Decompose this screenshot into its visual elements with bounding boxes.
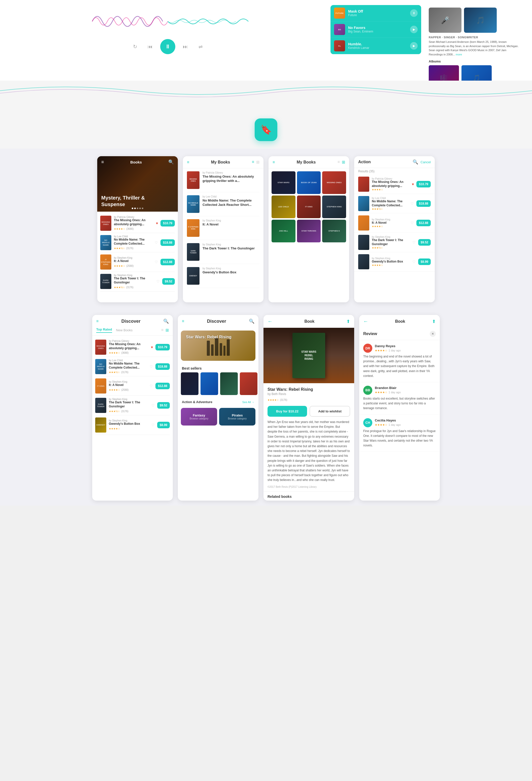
grid-view-icon[interactable]: ⊞ bbox=[256, 160, 259, 165]
wishlist-button[interactable]: Add to wishlist bbox=[310, 406, 350, 417]
heart-icon-1[interactable]: ♥ bbox=[156, 221, 158, 225]
discover-heart-2[interactable]: ♡ bbox=[150, 365, 153, 369]
discover-heart-5[interactable]: ♡ bbox=[151, 423, 155, 427]
next-button[interactable]: ⏭ bbox=[180, 42, 191, 52]
prev-button[interactable]: ⏮ bbox=[145, 42, 155, 52]
book-price-btn-1[interactable]: $10.79 bbox=[160, 220, 175, 227]
track-pause-icon-1[interactable]: ⏸ bbox=[410, 9, 418, 17]
star-wars-banner[interactable]: Star Wars: Rebel Rising bbox=[181, 331, 255, 361]
search-heart-1[interactable]: ♥ bbox=[412, 182, 414, 186]
discover-price-1[interactable]: $10.79 bbox=[155, 344, 170, 351]
bestseller-2[interactable] bbox=[201, 372, 218, 395]
close-review-button[interactable]: ✕ bbox=[430, 331, 436, 337]
search-result-3[interactable]: by Stephen King It: A Novel ★★★★☆ ♡ $12.… bbox=[354, 213, 435, 233]
grid-cover-9[interactable]: STEPHEN K bbox=[322, 220, 346, 242]
search-price-btn-1[interactable]: $10.79 bbox=[416, 181, 431, 188]
book-price-btn-3[interactable]: $12.88 bbox=[160, 259, 175, 265]
track-item-3[interactable]: KL Humble. Kendrick Lamar ▶ bbox=[330, 38, 421, 54]
discover-price-5[interactable]: $8.99 bbox=[157, 422, 170, 428]
grid-cover-5[interactable]: IT KING bbox=[297, 196, 321, 218]
menu-icon[interactable]: ≡ bbox=[101, 160, 104, 165]
heart-icon-2[interactable]: ♡ bbox=[155, 241, 158, 245]
track-item-1[interactable]: FUTURE Mask Off Future ⏸ bbox=[330, 5, 421, 22]
grid-cover-2[interactable]: BOOK OF JOAN bbox=[297, 171, 321, 194]
discover-heart-4[interactable]: ♡ bbox=[151, 403, 155, 407]
back-button[interactable]: ← bbox=[268, 319, 273, 324]
discover-filter-icon[interactable]: ≡ bbox=[96, 319, 98, 324]
grid-view-icon-2[interactable]: ⊞ bbox=[342, 160, 345, 165]
track-play-icon-2[interactable]: ▶ bbox=[410, 26, 418, 33]
artist-more-link[interactable]: more bbox=[456, 53, 462, 56]
search-result-1[interactable]: by Patricia Gibney The Missing Ones: An … bbox=[354, 175, 435, 194]
heart-icon-3[interactable]: ♡ bbox=[155, 260, 158, 264]
review-back-button[interactable]: ← bbox=[363, 319, 368, 324]
mybooks-item-5[interactable]: GWENDY by Stephen King Gwendy's Button B… bbox=[187, 264, 259, 288]
share-button[interactable]: ⬆ bbox=[346, 319, 350, 324]
grid-cover-8[interactable]: STAR THROWS bbox=[297, 220, 321, 242]
search-heart-3[interactable]: ♡ bbox=[411, 221, 414, 225]
book-list-item-1[interactable]: MISSING ONES by Patricia Gibney The Miss… bbox=[100, 214, 175, 233]
mybooks-item-3[interactable]: IT STEPHEN KING by Stephen King It: A No… bbox=[187, 216, 259, 240]
pirates-category[interactable]: Pirates Browse category bbox=[219, 408, 255, 425]
mybooks-item-4[interactable]: DARK TOWER by Stephen King The Dark Towe… bbox=[187, 240, 259, 264]
book-price-btn-4[interactable]: $9.52 bbox=[162, 278, 175, 285]
track-play-icon-3[interactable]: ▶ bbox=[410, 42, 418, 50]
filter-icon[interactable]: ≡ bbox=[187, 160, 189, 165]
list-view-icon-2[interactable]: ≡ bbox=[337, 160, 340, 165]
book-list-item-4[interactable]: DARK TOWER by Stephen King The Dark Towe… bbox=[100, 272, 175, 291]
bookmark-app-icon[interactable]: 🔖 bbox=[255, 118, 277, 141]
list-view-tab[interactable]: ≡ bbox=[161, 328, 163, 333]
cancel-button[interactable]: Cancel bbox=[421, 160, 431, 164]
fantasy-category[interactable]: Fantasy Browse category bbox=[181, 408, 217, 425]
bestseller-4[interactable] bbox=[240, 372, 257, 395]
bestseller-1[interactable] bbox=[181, 372, 199, 395]
review-share-button[interactable]: ⬆ bbox=[432, 319, 436, 324]
tab-top-rated[interactable]: Top Rated bbox=[96, 328, 112, 333]
bestseller-3[interactable] bbox=[220, 372, 238, 395]
discover-heart-3[interactable]: ♡ bbox=[150, 384, 153, 388]
discover-item-1[interactable]: MISSING ONES by Patricia Gibney The Miss… bbox=[95, 338, 170, 357]
filter-icon-grid[interactable]: ≡ bbox=[273, 160, 275, 165]
play-pause-button[interactable]: ⏸ bbox=[160, 39, 175, 54]
buy-button[interactable]: Buy for $10.22 bbox=[268, 406, 307, 417]
search-result-5[interactable]: by Stephen King Gwendy's Button Box ★★★★… bbox=[354, 252, 435, 272]
book-list-item-2[interactable]: NO MIDDLE NAME by Lee Child No Middle Na… bbox=[100, 233, 175, 252]
book-list-item-3[interactable]: IT STEPHEN KING by Stephen King It: A No… bbox=[100, 252, 175, 272]
grid-cover-6[interactable]: STEPHEN KING bbox=[322, 196, 346, 218]
search-icon-action[interactable]: 🔍 bbox=[413, 159, 418, 165]
search-price-btn-3[interactable]: $12.88 bbox=[416, 220, 431, 226]
discover-item-4[interactable]: DARK TOWER by Stephen King The Dark Towe… bbox=[95, 396, 170, 415]
heart-icon-4[interactable]: ♡ bbox=[156, 279, 160, 283]
track-item-2[interactable]: BS No Favors Big Sean, Eminem ▶ bbox=[330, 22, 421, 38]
search-price-btn-5[interactable]: $8.99 bbox=[418, 258, 431, 265]
mybooks-item-2[interactable]: NO MIDDLE NAME by Lee Child No Middle Na… bbox=[187, 192, 259, 216]
discover-search-icon[interactable]: 🔍 bbox=[163, 319, 169, 324]
discover-heart-1[interactable]: ♥ bbox=[151, 345, 153, 349]
search-heart-2[interactable]: ♡ bbox=[411, 202, 414, 206]
grid-cover-7[interactable]: JOE HILL bbox=[272, 220, 295, 242]
see-all-link[interactable]: See All → bbox=[242, 401, 254, 404]
search-result-4[interactable]: by Stephen King The Dark Tower I: The Gu… bbox=[354, 233, 435, 252]
list-view-icon[interactable]: ≡ bbox=[252, 160, 254, 165]
discover-item-5[interactable]: GWENDY by Stephen King Gwendy's Button B… bbox=[95, 415, 170, 435]
tab-new-books[interactable]: New Books bbox=[116, 328, 133, 332]
grid-cover-3[interactable]: MISSING ONES bbox=[322, 171, 346, 194]
discover-price-3[interactable]: $12.88 bbox=[155, 383, 170, 389]
discover-price-2[interactable]: $18.88 bbox=[155, 363, 170, 370]
discover-filter-icon-2[interactable]: ≡ bbox=[182, 319, 184, 324]
mybooks-item-1[interactable]: MISSING ONES by Patricia Gibney The Miss… bbox=[187, 168, 259, 192]
grid-view-tab[interactable]: ⊞ bbox=[165, 328, 169, 333]
discover-item-3[interactable]: IT KING by Stephen King It: A Novel ★★★★… bbox=[95, 376, 170, 396]
discover-price-4[interactable]: $9.52 bbox=[157, 402, 170, 409]
grid-cover-4[interactable]: LEE CHILD bbox=[272, 196, 295, 218]
shuffle-button[interactable]: ⇌ bbox=[196, 42, 206, 52]
search-heart-5[interactable]: ♡ bbox=[412, 260, 416, 264]
search-heart-4[interactable]: ♡ bbox=[412, 240, 416, 244]
book-price-btn-2[interactable]: $18.88 bbox=[160, 239, 175, 246]
repeat-button[interactable]: ↻ bbox=[130, 42, 140, 52]
search-price-btn-4[interactable]: $9.52 bbox=[418, 239, 431, 246]
discover-item-2[interactable]: NO MIDDLE NAME by Lee Child No Middle Na… bbox=[95, 357, 170, 376]
search-price-btn-2[interactable]: $18.88 bbox=[416, 200, 431, 207]
grid-cover-1[interactable]: STAR WARS bbox=[272, 171, 295, 194]
discover-search-icon-2[interactable]: 🔍 bbox=[249, 319, 254, 324]
